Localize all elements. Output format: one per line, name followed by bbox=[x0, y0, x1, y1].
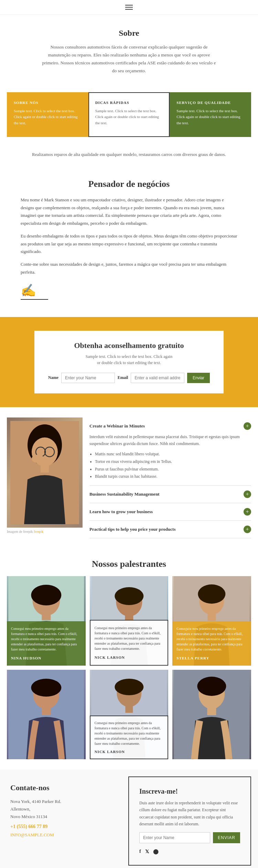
stella-name: STELLA PERRY bbox=[176, 656, 209, 660]
subscribe-col: Inscreva-me! Duis aute irure dolor in re… bbox=[128, 776, 251, 866]
svg-rect-23 bbox=[42, 708, 51, 715]
webinar-photo bbox=[7, 417, 83, 528]
contact-col: Contate-nos Nova York, 4140 Parker Rd. A… bbox=[0, 770, 121, 868]
consult-form: Name Email Enviar bbox=[48, 373, 210, 383]
webinar-expand-icon-4[interactable]: + bbox=[244, 526, 251, 533]
speaker-card-6 bbox=[172, 670, 251, 759]
svg-point-7 bbox=[32, 455, 44, 463]
webinar-item-2-header[interactable]: Business Sustainability Management + bbox=[89, 490, 251, 498]
card-servico: SERVIÇO DE QUALIDADE Sample text. Click … bbox=[170, 92, 251, 137]
person-silhouette-icon bbox=[10, 421, 79, 524]
webinar-image-col: Imagem de freepik freepik bbox=[7, 417, 83, 533]
social-icons: f 𝕏 ⬤ bbox=[139, 849, 240, 855]
speakers-title: Nossos palestrantes bbox=[7, 559, 251, 569]
webinar-item-1-bullets: Mattis nunc sed blandit libero volutpat.… bbox=[89, 451, 251, 480]
webinar-expand-icon-3[interactable]: + bbox=[244, 508, 251, 516]
speaker-overlay-nick-bottom: Consegui meu primeiro emprego antes da f… bbox=[90, 716, 169, 759]
consult-name-label: Name bbox=[48, 375, 58, 380]
consult-email-input[interactable] bbox=[131, 373, 184, 383]
webinar-item-1-title: Create a Webinar in Minutes bbox=[89, 423, 145, 429]
svg-point-26 bbox=[115, 679, 143, 695]
speakers-grid: Consegui meu primeiro emprego antes da f… bbox=[7, 576, 251, 759]
contact-title: Contate-nos bbox=[10, 783, 111, 792]
speaker-photo-6 bbox=[172, 670, 251, 759]
webinar-expand-icon-2[interactable]: + bbox=[244, 490, 251, 498]
webinar-item-1-body: Interdum velit euismod in pellentesque m… bbox=[89, 433, 251, 480]
contact-address-1: Nova York, 4140 Parker Rd. bbox=[10, 798, 111, 805]
business-title: Pensador de negócios bbox=[21, 179, 237, 189]
card-sobre-nos: SOBRE NÓS Sample text. Click to select t… bbox=[7, 92, 88, 137]
nick-bio: Consegui meu primeiro emprego antes da f… bbox=[95, 625, 164, 651]
subscribe-form: ENVIAR bbox=[139, 832, 240, 843]
webinar-item-2-title: Business Sustainability Management bbox=[89, 491, 160, 497]
svg-point-14 bbox=[115, 587, 143, 605]
contact-email[interactable]: INFO@SAMPLE.COM bbox=[10, 832, 111, 838]
nick-name: NICK LARSON bbox=[95, 655, 125, 659]
svg-point-18 bbox=[198, 584, 226, 604]
page-title: Sobre bbox=[28, 29, 230, 38]
nick-bottom-name: NICK LARSON bbox=[95, 750, 125, 754]
facebook-icon[interactable]: f bbox=[139, 849, 141, 855]
twitter-icon[interactable]: 𝕏 bbox=[145, 849, 149, 855]
svg-point-10 bbox=[31, 585, 61, 605]
card-title-1: SOBRE NÓS bbox=[14, 100, 82, 105]
speaker6-silhouette-icon bbox=[172, 670, 251, 759]
webinar-item-4: Practical tips to help you price your pr… bbox=[89, 521, 251, 538]
subscribe-description: Duis aute irure dolor in reprehenderit i… bbox=[139, 800, 240, 828]
svg-rect-31 bbox=[207, 708, 216, 715]
webinar-item-1-header[interactable]: Create a Webinar in Minutes + bbox=[89, 422, 251, 430]
card-title-2: DICAS RÁPIDAS bbox=[95, 100, 163, 105]
card-text-3: Sample text. Click to select the text bo… bbox=[176, 108, 244, 126]
speaker-card-nick: Consegui meu primeiro emprego antes da f… bbox=[90, 576, 169, 666]
hero-description: Nossos consultores automotivos fáceis de… bbox=[40, 43, 218, 75]
speakers-section: Nossos palestrantes Consegui meu primeir… bbox=[0, 549, 258, 770]
speaker-overlay-nick: Consegui meu primeiro emprego antes da f… bbox=[90, 620, 169, 666]
speaker-card-stella: Conseguiu meu primeiro emprego antes da … bbox=[172, 576, 251, 666]
webinar-item-4-title: Practical tips to help you price your pr… bbox=[89, 527, 176, 532]
signature: ✍ bbox=[21, 283, 237, 300]
webinar-item-4-header[interactable]: Practical tips to help you price your pr… bbox=[89, 526, 251, 533]
webinar-expand-icon-1[interactable]: + bbox=[244, 422, 251, 430]
card-title-3: SERVIÇO DE QUALIDADE bbox=[176, 100, 244, 105]
speaker-photo-4 bbox=[7, 670, 86, 759]
contact-phone[interactable]: +1 (555) 666 77 89 bbox=[10, 824, 111, 829]
bullet-1: Mattis nunc sed blandit libero volutpat. bbox=[95, 451, 251, 458]
consult-title: Obtenha aconselhamento gratuito bbox=[48, 341, 210, 350]
speaker4-silhouette-icon bbox=[7, 670, 86, 759]
business-para-1: Meu nome é Mark Stanson e sou um empacot… bbox=[21, 196, 237, 227]
nina-bio: Consegui meu primeiro emprego antes da f… bbox=[11, 626, 82, 652]
hamburger-menu[interactable] bbox=[125, 5, 133, 10]
instagram-icon[interactable]: ⬤ bbox=[153, 849, 159, 855]
speaker-card-5: Consegui meu primeiro emprego antes da f… bbox=[90, 670, 169, 759]
svg-point-30 bbox=[197, 677, 226, 696]
consult-name-input[interactable] bbox=[61, 373, 115, 383]
webinar-item-3-header[interactable]: Learn how to grow your business + bbox=[89, 508, 251, 516]
business-section: Pensador de negócios Meu nome é Mark Sta… bbox=[0, 169, 258, 317]
webinar-section: Imagem de freepik freepik Create a Webin… bbox=[0, 407, 258, 549]
subscribe-name-input[interactable] bbox=[139, 832, 210, 843]
consult-submit-button[interactable]: Enviar bbox=[187, 373, 210, 383]
speaker-overlay-nina: Consegui meu primeiro emprego antes da f… bbox=[7, 621, 86, 666]
bullet-4: Blandit turpis cursus in hac habitasse. bbox=[95, 473, 251, 480]
speaker-card-nina: Consegui meu primeiro emprego antes da f… bbox=[7, 576, 86, 666]
signature-text: ✍ bbox=[21, 284, 36, 297]
contact-address-3: Novo México 31134 bbox=[10, 813, 111, 821]
nina-name: NINA HUDSON bbox=[11, 656, 41, 660]
cards-container: SOBRE NÓS Sample text. Click to select t… bbox=[7, 92, 251, 137]
bottom-section: Contate-nos Nova York, 4140 Parker Rd. A… bbox=[0, 770, 258, 868]
webinar-item-1-text: Interdum velit euismod in pellentesque m… bbox=[89, 433, 251, 447]
hero-section: Sobre Nossos consultores automotivos fác… bbox=[0, 15, 258, 82]
webinar-content: Create a Webinar in Minutes + Interdum v… bbox=[83, 417, 251, 538]
consult-email-label: Email bbox=[118, 375, 128, 380]
subscribe-submit-button[interactable]: ENVIAR bbox=[213, 832, 240, 843]
subscribe-title: Inscreva-me! bbox=[139, 787, 240, 795]
repairs-subtitle: Realizamos reparos de alta qualidade em … bbox=[0, 147, 258, 169]
business-para-3: Conte-me sobre suas necessidades de desi… bbox=[21, 261, 237, 276]
svg-rect-6 bbox=[41, 464, 49, 473]
webinar-item-1: Create a Webinar in Minutes + Interdum v… bbox=[89, 417, 251, 486]
svg-point-22 bbox=[31, 679, 61, 697]
bullet-3: Purus ut faucibus pulvinar elementum. bbox=[95, 466, 251, 473]
bullet-2: Tortor en risus viverra adipiscing em in… bbox=[95, 458, 251, 466]
consult-subtitle: Sample text. Click to select the text bo… bbox=[48, 353, 210, 366]
webinar-item-2: Business Sustainability Management + bbox=[89, 486, 251, 503]
